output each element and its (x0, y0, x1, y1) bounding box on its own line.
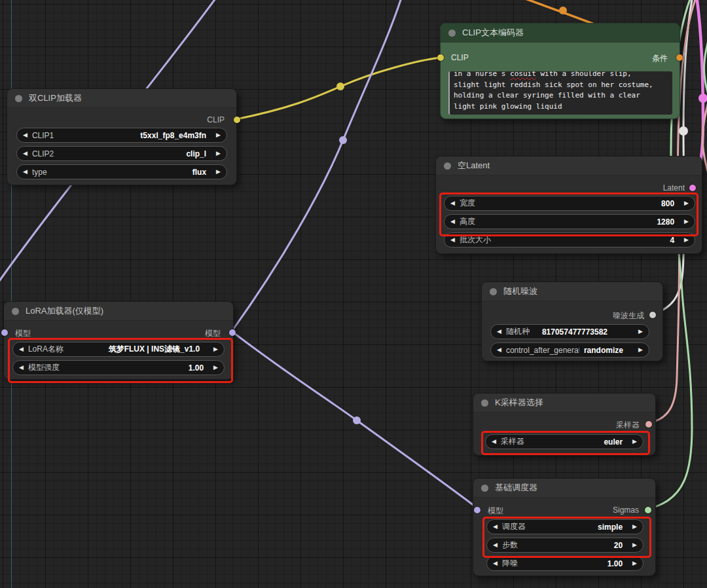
widget-label: control_after_generate (506, 346, 579, 355)
input-slot-model[interactable] (474, 507, 480, 513)
widget-value: 817057477773582 (542, 327, 607, 337)
node-basic-scheduler: 基础调度器 模型 Sigmas ◀ 调度器 simple ▶ ◀ 步数 20 ▶… (473, 478, 656, 576)
stepper-left-icon[interactable]: ◀ (493, 524, 498, 530)
stepper-right-icon[interactable]: ▶ (216, 151, 221, 156)
widget-steps[interactable]: ◀ 步数 20 ▶ (486, 538, 644, 553)
collapse-dot-icon[interactable] (490, 288, 497, 295)
widget-label: 采样器 (501, 436, 524, 447)
node-clip-text-encoder-titlebar[interactable]: CLIP文本编码器 (441, 24, 680, 43)
node-basic-scheduler-titlebar[interactable]: 基础调度器 (473, 479, 655, 498)
input-slot-clip[interactable] (437, 54, 444, 61)
widget-clip1[interactable]: ◀ CLIP1 t5xxl_fp8_e4m3fn ▶ (16, 128, 227, 143)
collapse-dot-icon[interactable] (448, 29, 456, 37)
output-slot-model[interactable] (229, 329, 236, 336)
node-dual-clip-loader-titlebar[interactable]: 双CLIP加载器 (7, 89, 236, 108)
stepper-right-icon[interactable]: ▶ (632, 560, 637, 566)
stepper-right-icon[interactable]: ▶ (684, 237, 689, 243)
stepper-left-icon[interactable]: ◀ (497, 329, 501, 335)
collapse-dot-icon[interactable] (12, 308, 19, 315)
node-empty-latent-titlebar[interactable]: 空Latent (436, 156, 702, 175)
output-slot-clip[interactable] (234, 117, 240, 123)
widget-model-strength[interactable]: ◀ 模型强度 1.00 ▶ (12, 360, 225, 375)
node-lora-loader-titlebar[interactable]: LoRA加载器(仅模型) (4, 302, 233, 321)
prompt-textarea[interactable]: in a nurse s cosuit with a shoulder slip… (448, 71, 672, 115)
widget-label: 调度器 (502, 521, 526, 532)
node-title: 随机噪波 (503, 285, 537, 297)
widget-value: euler (604, 437, 623, 447)
widget-value: 1.00 (189, 363, 204, 373)
stepper-right-icon[interactable]: ▶ (213, 365, 218, 371)
stepper-right-icon[interactable]: ▶ (632, 439, 637, 445)
widget-value: clip_l (186, 149, 206, 158)
node-random-noise: 随机噪波 噪波生成 ◀ 随机种 817057477773582 ▶ ◀ cont… (481, 282, 663, 361)
widget-type[interactable]: ◀ type flux ▶ (16, 164, 227, 179)
stepper-left-icon[interactable]: ◀ (450, 237, 455, 243)
node-title: 基础调度器 (495, 482, 537, 494)
collapse-dot-icon[interactable] (444, 162, 451, 170)
widget-value: randomize (584, 346, 623, 355)
stepper-left-icon[interactable]: ◀ (493, 560, 498, 566)
widget-value: 800 (661, 199, 674, 208)
wire-edge-green (704, 38, 707, 97)
widget-denoise[interactable]: ◀ 降噪 1.00 ▶ (486, 556, 644, 571)
reroute-dot-noise[interactable] (679, 126, 688, 136)
stepper-left-icon[interactable]: ◀ (450, 219, 455, 225)
collapse-dot-icon[interactable] (481, 485, 488, 492)
reroute-dot-model-lower[interactable] (353, 416, 361, 424)
output-slot-label: 条件 (652, 53, 668, 64)
stepper-right-icon[interactable]: ▶ (216, 169, 221, 175)
input-slot-model[interactable] (1, 329, 8, 336)
collapse-dot-icon[interactable] (15, 95, 22, 102)
stepper-left-icon[interactable]: ◀ (493, 542, 498, 548)
widget-label: 宽度 (460, 198, 475, 209)
reroute-dot-clip[interactable] (336, 83, 344, 90)
stepper-right-icon[interactable]: ▶ (684, 200, 689, 206)
stepper-right-icon[interactable]: ▶ (213, 346, 218, 352)
stepper-left-icon[interactable]: ◀ (492, 439, 496, 445)
stepper-right-icon[interactable]: ▶ (684, 219, 689, 225)
stepper-right-icon[interactable]: ▶ (216, 132, 221, 138)
stepper-left-icon[interactable]: ◀ (23, 132, 27, 138)
widget-width[interactable]: ◀ 宽度 800 ▶ (444, 196, 695, 211)
widget-seed[interactable]: ◀ 随机种 817057477773582 ▶ (490, 324, 649, 339)
node-title: 双CLIP加载器 (29, 92, 82, 104)
stepper-right-icon[interactable]: ▶ (638, 329, 643, 335)
node-ksampler-select-titlebar[interactable]: K采样器选择 (473, 394, 655, 413)
widget-height[interactable]: ◀ 高度 1280 ▶ (444, 214, 695, 229)
output-slot-latent[interactable] (689, 185, 696, 191)
widget-value: simple (598, 523, 623, 532)
stepper-left-icon[interactable]: ◀ (23, 169, 27, 175)
reroute-dot-model-upper[interactable] (339, 136, 347, 144)
prompt-text: in a nurse s cosuit with a shoulder slip… (454, 71, 668, 112)
stepper-right-icon[interactable]: ▶ (632, 542, 637, 548)
stepper-left-icon[interactable]: ◀ (497, 347, 501, 353)
stepper-right-icon[interactable]: ▶ (638, 347, 643, 353)
widget-scheduler[interactable]: ◀ 调度器 simple ▶ (486, 519, 644, 534)
widget-value: 4 (670, 236, 674, 245)
reroute-dot-latent[interactable] (698, 94, 707, 103)
output-slot-noise[interactable] (649, 312, 656, 318)
stepper-right-icon[interactable]: ▶ (632, 524, 637, 530)
widget-control-after-generate[interactable]: ◀ control_after_generate randomize ▶ (490, 342, 649, 358)
output-slot-conditioning[interactable] (676, 54, 683, 61)
stepper-left-icon[interactable]: ◀ (19, 346, 24, 352)
widget-batch-size[interactable]: ◀ 批次大小 4 ▶ (444, 232, 695, 248)
widget-sampler-name[interactable]: ◀ 采样器 euler ▶ (485, 434, 644, 449)
widget-label: LoRA名称 (28, 344, 63, 355)
wire-lora-model-up (232, 0, 402, 331)
widget-clip2[interactable]: ◀ CLIP2 clip_l ▶ (16, 146, 227, 161)
node-title: CLIP文本编码器 (462, 27, 524, 39)
stepper-left-icon[interactable]: ◀ (23, 151, 27, 156)
node-clip-text-encoder: CLIP文本编码器 CLIP 条件 in a nurse s cosuit wi… (440, 23, 680, 119)
collapse-dot-icon[interactable] (481, 399, 488, 407)
reroute-dot-conditioning[interactable] (559, 7, 567, 14)
input-slot-label: 模型 (488, 505, 503, 517)
stepper-left-icon[interactable]: ◀ (19, 365, 24, 371)
widget-value: 筑梦FLUX | INS滤镜_v1.0 (109, 344, 200, 355)
input-slot-label: CLIP (451, 53, 469, 62)
widget-lora-name[interactable]: ◀ LoRA名称 筑梦FLUX | INS滤镜_v1.0 ▶ (12, 342, 225, 357)
output-slot-sigmas[interactable] (645, 507, 651, 513)
output-slot-sampler[interactable] (645, 421, 652, 428)
node-random-noise-titlebar[interactable]: 随机噪波 (482, 282, 662, 301)
stepper-left-icon[interactable]: ◀ (450, 200, 455, 206)
